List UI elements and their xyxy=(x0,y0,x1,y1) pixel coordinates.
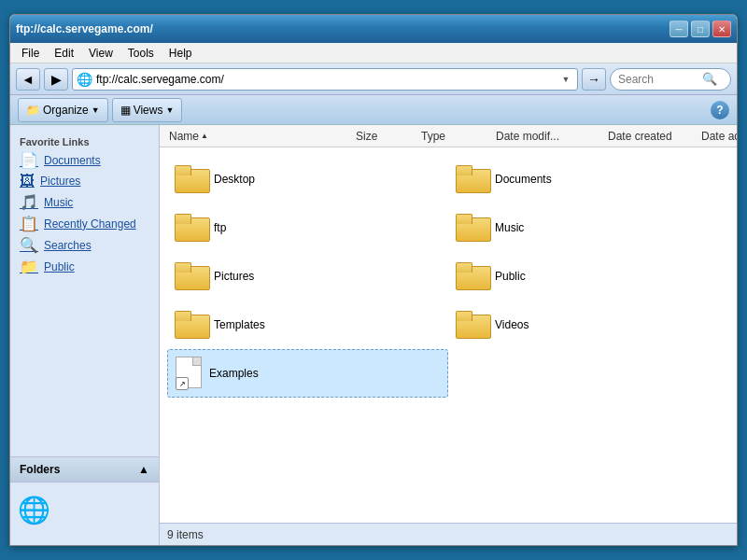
menu-help[interactable]: Help xyxy=(162,45,200,62)
file-label-ftp: ftp xyxy=(214,221,226,234)
views-icon: ▦ xyxy=(120,104,131,117)
col-size-label: Size xyxy=(356,130,377,143)
views-label: Views xyxy=(134,104,163,117)
col-date-accessed-label: Date acces... xyxy=(701,130,737,143)
folder-icon-videos xyxy=(456,311,489,339)
folders-header[interactable]: Folders ▲ xyxy=(10,457,159,482)
organize-button[interactable]: 📁 Organize ▼ xyxy=(18,98,108,122)
sidebar-item-recently-changed[interactable]: 📋 Recently Changed xyxy=(10,213,159,234)
col-header-date-modified[interactable]: Date modif... xyxy=(490,130,602,143)
address-bar: ◄ ▶ 🌐 ▼ → 🔍 xyxy=(10,63,737,95)
folders-section: Folders ▲ 🌐 xyxy=(10,456,159,538)
col-date-modified-label: Date modif... xyxy=(496,130,559,143)
file-item-examples[interactable]: ↗ Examples xyxy=(167,349,448,398)
views-button[interactable]: ▦ Views ▼ xyxy=(112,98,183,122)
toolbar: 📁 Organize ▼ ▦ Views ▼ ? xyxy=(10,95,737,125)
documents-icon: 📄 xyxy=(20,151,38,169)
folder-icon-ftp xyxy=(175,214,208,242)
forward-button[interactable]: ▶ xyxy=(44,68,68,91)
content-area: Favorite Links 📄 Documents 🖼 Pictures 🎵 … xyxy=(10,125,737,545)
file-item-videos[interactable]: Videos xyxy=(448,301,729,349)
file-label-documents: Documents xyxy=(495,173,552,186)
menu-edit[interactable]: Edit xyxy=(47,45,81,62)
col-header-name[interactable]: Name ▲ xyxy=(163,130,350,143)
main-window: ftp://calc.servegame.com/ ─ □ ✕ File Edi… xyxy=(9,14,738,546)
maximize-button[interactable]: □ xyxy=(691,21,710,37)
close-button[interactable]: ✕ xyxy=(712,21,731,37)
searches-icon: 🔍 xyxy=(20,236,38,254)
organize-icon: 📁 xyxy=(26,104,40,117)
folders-collapse-arrow: ▲ xyxy=(138,463,149,476)
menu-bar: File Edit View Tools Help xyxy=(10,43,737,63)
sidebar-item-public[interactable]: 📁 Public xyxy=(10,256,159,277)
col-header-date-accessed[interactable]: Date acces... xyxy=(696,130,737,143)
search-input[interactable] xyxy=(618,73,702,86)
item-count: 9 items xyxy=(167,528,204,541)
col-header-size[interactable]: Size xyxy=(350,130,416,143)
file-item-desktop[interactable]: Desktop xyxy=(167,155,448,203)
status-globe-icon: 🌐 xyxy=(18,495,50,525)
sidebar-item-music[interactable]: 🎵 Music xyxy=(10,191,159,213)
sidebar-item-public-label: Public xyxy=(44,260,75,273)
col-name-label: Name xyxy=(169,130,199,143)
folder-icon-desktop xyxy=(175,165,208,193)
sidebar-item-searches[interactable]: 🔍 Searches xyxy=(10,234,159,256)
status-icon-area: 🌐 xyxy=(10,482,159,538)
title-bar: ftp://calc.servegame.com/ ─ □ ✕ xyxy=(10,15,737,43)
menu-view[interactable]: View xyxy=(81,45,120,62)
file-item-ftp[interactable]: ftp xyxy=(167,203,448,252)
folder-icon-public xyxy=(456,262,489,290)
col-header-date-created[interactable]: Date created xyxy=(602,130,696,143)
file-label-desktop: Desktop xyxy=(214,173,255,186)
file-label-pictures: Pictures xyxy=(214,270,254,283)
file-item-public[interactable]: Public xyxy=(448,252,729,301)
address-dropdown-arrow[interactable]: ▼ xyxy=(558,69,573,90)
sidebar-item-searches-label: Searches xyxy=(44,239,92,252)
organize-dropdown-arrow: ▼ xyxy=(92,105,100,115)
sort-arrow: ▲ xyxy=(201,132,208,140)
file-label-videos: Videos xyxy=(495,318,529,331)
folder-icon-documents xyxy=(456,165,489,193)
folder-icon-pictures xyxy=(175,262,208,290)
status-bar: 9 items xyxy=(160,523,737,545)
back-button[interactable]: ◄ xyxy=(16,68,40,91)
column-headers: Name ▲ Size Type Date modif... Date crea… xyxy=(160,125,737,147)
recently-changed-icon: 📋 xyxy=(20,215,38,232)
folder-icon-templates xyxy=(175,311,208,339)
file-item-pictures[interactable]: Pictures xyxy=(167,252,448,301)
address-input[interactable] xyxy=(96,73,558,86)
file-grid: Desktop Documents ftp Music xyxy=(160,147,737,523)
file-label-examples: Examples xyxy=(209,367,259,380)
search-icon[interactable]: 🔍 xyxy=(702,72,717,86)
sidebar: Favorite Links 📄 Documents 🖼 Pictures 🎵 … xyxy=(10,125,160,545)
address-input-wrap: 🌐 ▼ xyxy=(72,68,578,91)
file-label-templates: Templates xyxy=(214,318,265,331)
minimize-button[interactable]: ─ xyxy=(669,21,688,37)
file-item-templates[interactable]: Templates xyxy=(167,301,448,349)
sidebar-section-title: Favorite Links xyxy=(10,133,159,149)
public-icon: 📁 xyxy=(20,258,38,275)
music-icon: 🎵 xyxy=(20,193,38,211)
sidebar-item-music-label: Music xyxy=(44,196,73,209)
menu-file[interactable]: File xyxy=(14,45,47,62)
organize-label: Organize xyxy=(43,104,89,117)
sidebar-item-recently-changed-label: Recently Changed xyxy=(44,217,136,231)
file-item-documents[interactable]: Documents xyxy=(448,155,729,203)
main-pane: Name ▲ Size Type Date modif... Date crea… xyxy=(160,125,737,545)
col-header-type[interactable]: Type xyxy=(416,130,490,143)
sidebar-item-pictures[interactable]: 🖼 Pictures xyxy=(10,171,159,191)
file-item-music[interactable]: Music xyxy=(448,203,729,252)
col-type-label: Type xyxy=(421,130,445,143)
window-title: ftp://calc.servegame.com/ xyxy=(16,22,153,35)
search-wrap: 🔍 xyxy=(610,68,731,91)
help-button[interactable]: ? xyxy=(711,101,729,119)
sidebar-item-documents-label: Documents xyxy=(44,154,101,167)
folders-label: Folders xyxy=(20,463,60,476)
go-button[interactable]: → xyxy=(582,68,606,91)
title-bar-buttons: ─ □ ✕ xyxy=(669,21,731,37)
doc-icon-examples: ↗ xyxy=(176,357,204,390)
sidebar-item-pictures-label: Pictures xyxy=(40,175,80,188)
sidebar-item-documents[interactable]: 📄 Documents xyxy=(10,149,159,171)
address-icon: 🌐 xyxy=(77,72,92,87)
menu-tools[interactable]: Tools xyxy=(120,45,162,62)
